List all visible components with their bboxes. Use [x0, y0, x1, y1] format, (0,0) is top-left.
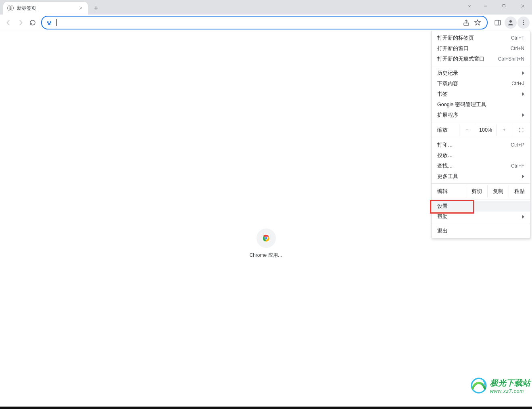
menu-separator — [432, 66, 530, 66]
bookmark-star-icon[interactable] — [472, 17, 483, 28]
svg-point-10 — [523, 24, 524, 25]
submenu-arrow-icon — [522, 215, 524, 218]
fullscreen-button[interactable] — [512, 124, 530, 136]
watermark-url: www.xz7.com — [490, 388, 530, 394]
menu-label: 更多工具 — [437, 173, 522, 180]
url-input[interactable] — [57, 19, 461, 26]
kebab-menu-icon[interactable] — [517, 17, 530, 29]
search-engine-icon — [46, 19, 52, 26]
reload-button[interactable] — [27, 17, 39, 29]
zoom-out-button[interactable]: − — [459, 124, 475, 136]
svg-point-2 — [47, 21, 49, 23]
svg-point-4 — [48, 23, 51, 25]
menu-label: 打开新的无痕式窗口 — [437, 56, 498, 63]
menu-shortcut: Ctrl+Shift+N — [498, 56, 524, 62]
menu-separator — [432, 224, 530, 224]
watermark-logo-icon — [470, 377, 488, 394]
menu-item-new-incognito[interactable]: 打开新的无痕式窗口 Ctrl+Shift+N — [432, 54, 530, 64]
edit-copy-button[interactable]: 复制 — [487, 185, 509, 197]
svg-rect-1 — [503, 5, 505, 7]
edit-cut-button[interactable]: 剪切 — [466, 185, 487, 197]
tab-title: 新标签页 — [17, 5, 77, 12]
menu-item-help[interactable]: 帮助 — [432, 212, 530, 222]
menu-label: 设置 — [437, 203, 524, 210]
menu-label: 历史记录 — [437, 70, 522, 77]
tab-strip: 新标签页 — [0, 0, 102, 15]
menu-label: 扩展程序 — [437, 112, 522, 119]
menu-item-find[interactable]: 查找… Ctrl+F — [432, 161, 530, 171]
menu-label: 查找… — [437, 163, 511, 170]
zoom-in-button[interactable]: + — [496, 124, 512, 136]
menu-label: 下载内容 — [437, 80, 511, 87]
window-maximize-button[interactable] — [495, 0, 513, 12]
window-tab-search-button[interactable] — [463, 0, 476, 12]
back-button[interactable] — [2, 17, 15, 29]
address-bar[interactable] — [41, 16, 488, 29]
svg-point-7 — [509, 20, 512, 23]
menu-label: 投放… — [437, 152, 524, 159]
tab-active[interactable]: 新标签页 — [3, 2, 88, 15]
globe-icon — [7, 5, 14, 11]
menu-label: 打开新的窗口 — [437, 45, 511, 52]
menu-item-more-tools[interactable]: 更多工具 — [432, 171, 530, 182]
chrome-apps-shortcut[interactable]: Chrome 应用… — [249, 229, 282, 259]
menu-item-downloads[interactable]: 下载内容 Ctrl+J — [432, 78, 530, 89]
menu-item-new-window[interactable]: 打开新的窗口 Ctrl+N — [432, 43, 530, 54]
menu-label: 打开新的标签页 — [437, 35, 511, 42]
menu-item-passwords[interactable]: Google 密码管理工具 — [432, 99, 530, 110]
menu-label: 打印… — [437, 142, 511, 149]
menu-item-history[interactable]: 历史记录 — [432, 68, 530, 78]
profile-avatar-icon[interactable] — [505, 17, 517, 29]
main-menu: 打开新的标签页 Ctrl+T 打开新的窗口 Ctrl+N 打开新的无痕式窗口 C… — [431, 31, 530, 238]
watermark: 极光下载站 www.xz7.com — [470, 377, 530, 394]
menu-separator — [432, 183, 530, 184]
menu-separator — [432, 199, 530, 199]
window-close-button[interactable] — [513, 0, 532, 12]
menu-item-print[interactable]: 打印… Ctrl+P — [432, 140, 530, 150]
shortcut-label: Chrome 应用… — [249, 252, 282, 259]
menu-item-edit: 编辑 剪切 复制 粘贴 — [432, 185, 530, 197]
menu-item-cast[interactable]: 投放… — [432, 150, 530, 161]
menu-label: 编辑 — [437, 188, 466, 195]
menu-label: 书签 — [437, 91, 522, 98]
share-icon[interactable] — [461, 17, 471, 28]
window-controls — [463, 0, 532, 12]
menu-separator — [432, 138, 530, 138]
menu-item-zoom: 缩放 − 100% + — [432, 124, 530, 136]
chrome-logo-icon — [256, 229, 275, 248]
tab-close-icon[interactable] — [77, 5, 84, 11]
browser-toolbar — [0, 15, 532, 31]
menu-label: 退出 — [437, 228, 524, 235]
side-panel-icon[interactable] — [492, 17, 504, 29]
menu-label: 帮助 — [437, 214, 522, 220]
menu-item-new-tab[interactable]: 打开新的标签页 Ctrl+T — [432, 33, 530, 43]
menu-item-settings[interactable]: 设置 — [432, 201, 530, 212]
window-minimize-button[interactable] — [476, 0, 495, 12]
menu-label: 缩放 — [437, 127, 459, 134]
taskbar-sliver — [0, 407, 532, 409]
menu-separator — [432, 122, 530, 122]
menu-shortcut: Ctrl+F — [511, 163, 524, 169]
edit-paste-button[interactable]: 粘贴 — [509, 185, 530, 197]
submenu-arrow-icon — [522, 71, 524, 75]
menu-item-extensions[interactable]: 扩展程序 — [432, 110, 530, 120]
forward-button[interactable] — [15, 17, 27, 29]
submenu-arrow-icon — [522, 92, 524, 96]
menu-shortcut: Ctrl+T — [511, 35, 524, 41]
new-tab-button[interactable] — [90, 2, 102, 14]
menu-item-exit[interactable]: 退出 — [432, 226, 530, 236]
menu-label: Google 密码管理工具 — [437, 101, 524, 108]
menu-shortcut: Ctrl+J — [511, 81, 524, 86]
submenu-arrow-icon — [522, 175, 524, 178]
menu-shortcut: Ctrl+N — [511, 46, 524, 51]
menu-item-bookmarks[interactable]: 书签 — [432, 89, 530, 99]
window-titlebar: 新标签页 — [0, 0, 532, 15]
menu-shortcut: Ctrl+P — [511, 142, 524, 148]
svg-point-8 — [523, 20, 524, 21]
watermark-title: 极光下载站 — [490, 378, 530, 388]
svg-point-9 — [523, 22, 524, 23]
svg-point-3 — [50, 21, 51, 23]
zoom-value: 100% — [475, 124, 496, 136]
svg-rect-6 — [495, 20, 501, 25]
submenu-arrow-icon — [522, 113, 524, 117]
